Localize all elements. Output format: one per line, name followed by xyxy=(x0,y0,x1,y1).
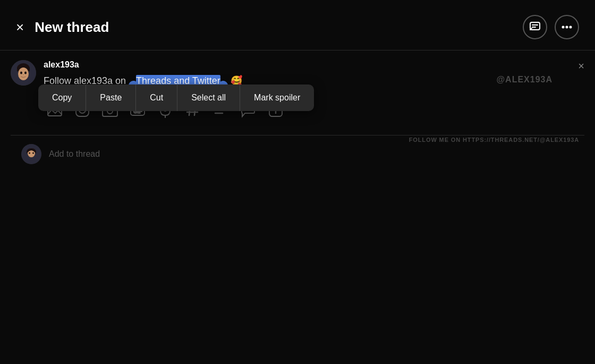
username-label: alex193a xyxy=(44,60,584,70)
copy-button[interactable]: Copy xyxy=(38,84,86,111)
divider xyxy=(11,135,584,136)
composer-body: alex193a × Copy Paste Cut Select all Mar… xyxy=(44,60,584,126)
add-thread-avatar-image xyxy=(21,144,41,164)
paste-button[interactable]: Paste xyxy=(86,84,136,111)
svg-point-1 xyxy=(563,27,564,28)
composer-row: alex193a × Copy Paste Cut Select all Mar… xyxy=(11,60,584,126)
mention-overlay: @ALEX193A xyxy=(496,75,552,84)
page-title: New thread xyxy=(35,19,109,36)
cut-button[interactable]: Cut xyxy=(136,84,177,111)
context-menu: Copy Paste Cut Select all Mark spoiler xyxy=(38,84,314,111)
svg-point-8 xyxy=(24,72,27,74)
header-right xyxy=(523,15,579,39)
watermark: FOLLOW ME ON HTTPS://THREADS.NET/@ALEX19… xyxy=(409,137,579,143)
avatar xyxy=(11,60,36,86)
add-thread-label[interactable]: Add to thread xyxy=(49,149,100,159)
svg-point-7 xyxy=(20,72,22,74)
more-icon xyxy=(560,21,573,33)
add-thread-avatar xyxy=(21,144,41,164)
close-button[interactable]: × xyxy=(16,20,24,34)
svg-point-3 xyxy=(570,27,572,28)
message-icon-button[interactable] xyxy=(523,15,547,39)
svg-point-6 xyxy=(18,67,29,80)
svg-point-2 xyxy=(566,27,568,28)
content-area: alex193a × Copy Paste Cut Select all Mar… xyxy=(0,50,595,164)
close-composer-button[interactable]: × xyxy=(578,60,584,72)
mark-spoiler-button[interactable]: Mark spoiler xyxy=(240,84,314,111)
header: × New thread xyxy=(0,0,595,50)
add-thread-row: Add to thread xyxy=(11,144,584,164)
select-all-button[interactable]: Select all xyxy=(177,84,240,111)
more-options-button[interactable] xyxy=(555,15,579,39)
svg-point-36 xyxy=(32,153,34,154)
message-icon xyxy=(529,21,541,33)
avatar-image xyxy=(11,60,36,86)
svg-point-35 xyxy=(29,153,30,154)
header-left: × New thread xyxy=(16,19,109,36)
